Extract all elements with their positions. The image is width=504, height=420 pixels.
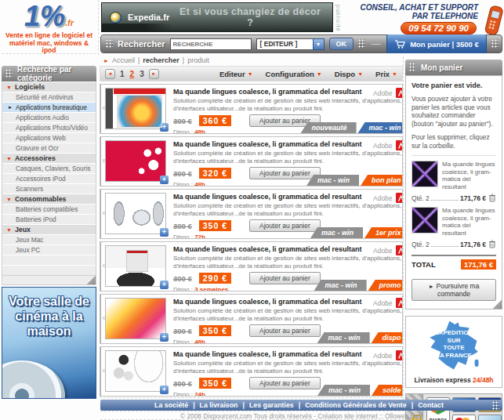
breadcrumb-separator: | [183, 56, 184, 64]
sidebar-item-label: Logiciels [15, 83, 45, 91]
sidebar-item[interactable] [2, 265, 96, 275]
promo-banner[interactable]: Votre salle de cinéma à la maison [2, 287, 96, 399]
results-toolbar: ◄ 123 ► Editeur ▼ Configuration ▼ [100, 66, 403, 81]
footer-link[interactable]: Conditions Générales de Vente [305, 401, 407, 409]
footer-link[interactable]: Les garanties [249, 401, 294, 409]
card-edge [100, 137, 101, 186]
breadcrumb-separator: | [138, 56, 140, 64]
add-to-cart-button[interactable]: Ajouter au panier [249, 324, 321, 337]
sidebar-item[interactable]: Scanners [2, 183, 96, 194]
sidebar-item[interactable]: ▼ Logiciels [2, 81, 96, 92]
sidebar-item[interactable]: Batteries iPod [2, 214, 96, 224]
zoom-plus-icon[interactable] [160, 123, 169, 132]
filter-dropdown[interactable]: Dispo ▼ [335, 70, 363, 78]
checkout-button[interactable]: ►Poursuivre ma commande [412, 279, 496, 301]
checkout-label: Poursuivre ma commande [437, 282, 480, 298]
ad-banner[interactable]: Expedia.fr Et si vous changiez de décor … [101, 2, 333, 32]
sidebar-item[interactable]: Sécurité et Antivirus [2, 92, 96, 102]
site-logo[interactable]: 1%.fr Vente en ligne de logiciel et maté… [2, 2, 96, 53]
card-edge [100, 347, 101, 396]
footer-link[interactable]: Contact [418, 401, 444, 409]
brand: Adobe [373, 140, 403, 150]
sidebar-item[interactable]: Jeux Mac [2, 234, 96, 244]
drag-grip-icon [491, 39, 499, 49]
product-title[interactable]: Ma quande lingues coalesce, li grammatic… [173, 193, 403, 201]
sidebar-item[interactable]: ▼ Consommables [2, 194, 96, 204]
dispo-value: 48h [194, 339, 205, 344]
breadcrumb: ► Accueil | rechercher | produit [103, 56, 212, 64]
breadcrumb-link[interactable]: produit [187, 56, 209, 64]
breadcrumb-link[interactable]: rechercher [143, 56, 179, 64]
filter-dropdown[interactable]: Editeur ▼ [219, 70, 253, 78]
sidebar-item[interactable]: Applications Web [2, 132, 96, 143]
card-edge [100, 190, 101, 238]
dispo-label: Dispo : [173, 129, 193, 134]
filter-label: Editeur [219, 70, 245, 78]
brand: Adobe [373, 193, 403, 203]
filter-dropdown[interactable]: Configuration ▼ [266, 70, 322, 78]
phone-number: 09 54 72 90 90 [401, 22, 477, 34]
search-input[interactable] [170, 38, 252, 50]
sidebar-item[interactable]: Casques, Claviers, Souris [2, 163, 96, 173]
product-title[interactable]: Ma quande lingues coalesce, li grammatic… [173, 298, 403, 306]
add-to-cart-button[interactable]: Ajouter au panier [249, 377, 321, 389]
filter-dropdown[interactable]: Prix ▼ [375, 70, 397, 78]
layout-guide [100, 397, 403, 398]
sidebar-item[interactable]: ▼ Accessoires [2, 153, 96, 163]
breadcrumb-link[interactable]: Accueil [112, 56, 135, 64]
arrow-right-icon: ► [429, 284, 434, 289]
shipping-caption: Livraison express 24/48h [406, 376, 502, 384]
price-badge: 350 € [199, 378, 231, 389]
product-thumbnail[interactable] [105, 140, 166, 182]
sidebar-item[interactable]: Batteries compatibles [2, 204, 96, 214]
brand: Adobe [373, 88, 403, 98]
product-title[interactable]: Ma quande lingues coalesce, li grammatic… [173, 245, 403, 253]
adobe-logo-icon [396, 245, 403, 255]
product-thumbnail[interactable] [105, 350, 166, 392]
page-number[interactable]: 2 [129, 70, 136, 78]
shipping-map-text: EXPEDITION SUR TOUTE LA FRANCE [406, 329, 502, 359]
trash-icon[interactable] [488, 240, 496, 248]
zoom-plus-icon[interactable] [160, 281, 169, 289]
page-prev-button[interactable]: ◄ [105, 69, 115, 79]
zoom-plus-icon[interactable] [160, 228, 169, 237]
product-thumbnail[interactable] [105, 298, 166, 339]
zoom-plus-icon[interactable] [160, 176, 169, 184]
sidebar-item[interactable]: Jeux PC [2, 244, 96, 255]
sidebar-item[interactable]: Applications Audio [2, 112, 96, 122]
shipping-box: EXPEDITION SUR TOUTE LA FRANCE Livraison… [405, 316, 502, 388]
product-thumbnail[interactable] [105, 245, 166, 287]
product-title[interactable]: Ma quande lingues coalesce, li grammatic… [173, 88, 403, 96]
product-thumbnail[interactable] [105, 88, 166, 129]
page-next-button[interactable]: ► [149, 69, 159, 79]
product-thumbnail[interactable] [105, 193, 166, 234]
dispo-value: 48h [194, 181, 205, 186]
sidebar-item[interactable]: Applications Photo/Vidéo [2, 122, 96, 132]
trash-icon[interactable] [488, 194, 496, 202]
sidebar-item[interactable]: ► Applications bureautique [2, 102, 96, 112]
chevron-down-icon[interactable]: ▼ [313, 38, 325, 50]
page-number[interactable]: 1 [119, 70, 125, 78]
product-title[interactable]: Ma quande lingues coalesce, li grammatic… [173, 350, 403, 358]
editor-select[interactable]: [ EDITEUR ] ▼ [256, 38, 325, 50]
product-info: Ma quande lingues coalesce, li grammatic… [170, 85, 403, 133]
layout-guide [98, 0, 99, 55]
cart-button[interactable]: Mon panier | 3500 € [386, 34, 487, 53]
sidebar-item[interactable]: Gravure et Ocr [2, 143, 96, 153]
dispo-value: 72h [194, 234, 205, 239]
drag-grip-icon [106, 39, 113, 49]
zoom-plus-icon[interactable] [160, 333, 169, 342]
footer-link[interactable]: La société [154, 401, 188, 409]
page: 1%.fr Vente en ligne de logiciel et maté… [0, 0, 504, 420]
dispo-label: Dispo : [173, 286, 193, 291]
sidebar-item[interactable] [2, 255, 96, 265]
search-ok-button[interactable]: OK [329, 38, 354, 50]
zoom-plus-icon[interactable] [160, 386, 169, 394]
product-title[interactable]: Ma quande lingues coalesce, li grammatic… [173, 140, 403, 148]
page-number[interactable]: 3 [139, 70, 145, 78]
cart-items: Ma quande lingues coalesce, li gram-mati… [412, 161, 496, 248]
sidebar-item[interactable]: Accessoires iPod [2, 173, 96, 183]
sidebar-item[interactable]: ▼ Jeux [2, 224, 96, 234]
footer-link[interactable]: La livraison [200, 401, 238, 409]
add-to-cart-button[interactable]: Ajouter au panier [249, 272, 321, 284]
